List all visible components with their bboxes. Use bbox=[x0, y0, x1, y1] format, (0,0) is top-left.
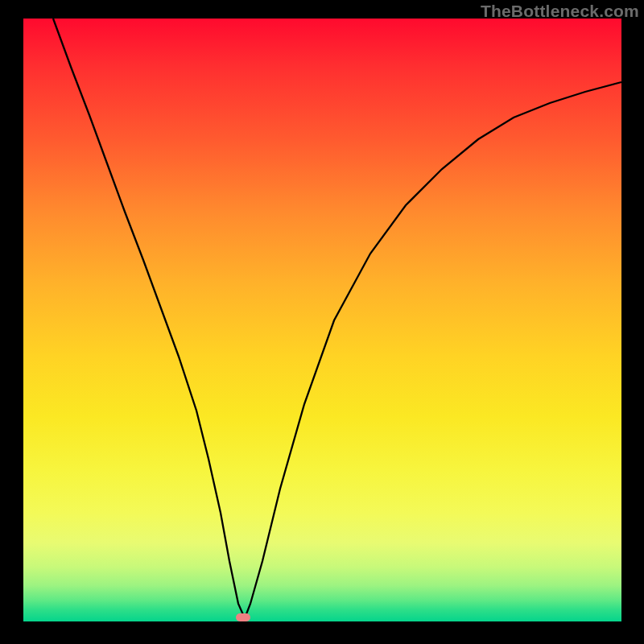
bottleneck-curve bbox=[23, 19, 621, 621]
watermark-text: TheBottleneck.com bbox=[481, 2, 639, 21]
optimal-point-marker bbox=[236, 613, 250, 621]
chart-frame: TheBottleneck.com bbox=[0, 0, 644, 644]
curve-right bbox=[245, 82, 621, 618]
plot-area bbox=[23, 19, 621, 621]
curve-left bbox=[53, 19, 245, 618]
